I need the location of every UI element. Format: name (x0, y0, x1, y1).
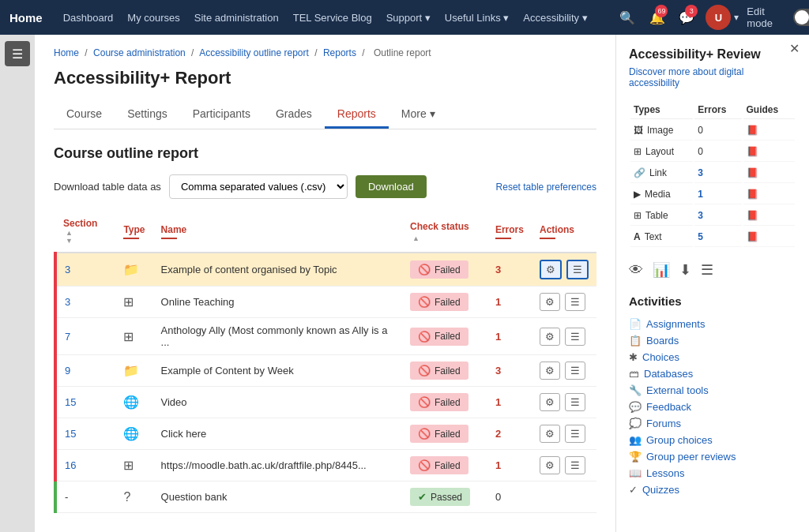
activity-label: Lessons (646, 467, 684, 479)
tab-grades[interactable]: Grades (263, 101, 325, 129)
status-badge: 🚫 Failed (410, 362, 468, 380)
list-icon-button[interactable]: ☰ (565, 362, 585, 380)
panel-subtitle[interactable]: Discover more about digital accessibilit… (629, 66, 796, 88)
nav-dashboard[interactable]: Dashboard (63, 12, 114, 24)
cell-status: 🚫 Failed (402, 450, 487, 481)
cell-status: ✔ Passed (402, 481, 487, 513)
chart-icon-button[interactable]: 📊 (653, 261, 670, 279)
list-icon-button[interactable]: ☰ (565, 425, 585, 443)
failed-icon: 🚫 (418, 331, 431, 343)
toggle-knob (795, 10, 809, 24)
settings-icon-button[interactable]: ⚙ (540, 425, 560, 443)
cell-section: 16 (55, 450, 115, 481)
tab-course[interactable]: Course (54, 101, 115, 129)
user-menu-button[interactable]: U ▾ (706, 5, 739, 30)
guide-icon[interactable]: 📕 (747, 146, 758, 157)
nav-support[interactable]: Support ▾ (386, 12, 431, 24)
type-name-table: ⊞ Table (630, 206, 693, 226)
reset-table-link[interactable]: Reset table preferences (496, 182, 596, 193)
page-title: Accessibility+ Report (54, 68, 596, 88)
failed-icon: 🚫 (418, 396, 431, 408)
choices-icon: ✱ (629, 351, 638, 363)
cell-section: 7 (55, 318, 115, 355)
settings-icon-button[interactable]: ⚙ (540, 362, 560, 380)
nav-accessibility[interactable]: Accessibility ▾ (523, 12, 587, 24)
tab-more[interactable]: More ▾ (389, 101, 448, 129)
th-type-label: Type (123, 224, 145, 235)
type-guide-layout: 📕 (743, 142, 795, 162)
link-icon: 🔗 (634, 167, 645, 178)
list-icon-button[interactable]: ☰ (565, 293, 585, 311)
search-button[interactable]: 🔍 (616, 5, 638, 30)
activity-boards[interactable]: 📋 Boards (629, 332, 796, 349)
activity-group-peer-reviews[interactable]: 🏆 Group peer reviews (629, 448, 796, 465)
th-errors: Errors (694, 101, 741, 119)
download-row: Download table data as Comma separated v… (54, 174, 596, 199)
list-icon-button[interactable]: ☰ (565, 328, 585, 346)
table-row: 15 🌐 Video 🚫 Failed 1 ⚙ (55, 387, 596, 418)
table-row: 3 📁 Example of content organised by Topi… (55, 253, 596, 287)
activity-group-choices[interactable]: 👥 Group choices (629, 432, 796, 448)
type-guide-text: 📕 (743, 227, 795, 247)
list-icon-button[interactable]: ☰ (565, 456, 585, 474)
sidebar-toggle-button[interactable]: ☰ (5, 41, 30, 66)
nav-siteadmin[interactable]: Site administration (194, 12, 279, 24)
tab-settings[interactable]: Settings (115, 101, 180, 129)
tab-participants[interactable]: Participants (180, 101, 263, 129)
breadcrumb-course-admin[interactable]: Course administration (93, 47, 186, 58)
tab-more-label: More (401, 107, 427, 120)
guide-icon[interactable]: 📕 (747, 167, 758, 178)
sort-section-icon[interactable]: ▲▼ (66, 229, 73, 245)
settings-icon-button[interactable]: ⚙ (540, 260, 562, 279)
nav-telblog[interactable]: TEL Service Blog (293, 12, 372, 24)
th-type: Type (115, 212, 152, 253)
breadcrumb-a11y-report[interactable]: Accessibility outline report (199, 47, 309, 58)
download-icon-button[interactable]: ⬇ (679, 261, 691, 279)
settings-icon-button[interactable]: ⚙ (540, 328, 560, 346)
activity-quizzes[interactable]: ✓ Quizzes (629, 481, 796, 498)
settings-icon-button[interactable]: ⚙ (540, 393, 560, 411)
panel-close-button[interactable]: ✕ (789, 41, 800, 56)
activity-feedback[interactable]: 💬 Feedback (629, 399, 796, 415)
activity-choices[interactable]: ✱ Choices (629, 349, 796, 365)
guide-icon[interactable]: 📕 (747, 189, 758, 200)
activity-external-tools[interactable]: 🔧 External tools (629, 382, 796, 399)
notifications-button[interactable]: 🔔 69 (646, 5, 668, 30)
edit-mode-toggle[interactable] (793, 9, 809, 26)
cell-status: 🚫 Failed (402, 287, 487, 318)
guide-icon[interactable]: 📕 (747, 125, 758, 136)
list-icon-button[interactable]: ☰ (566, 260, 589, 279)
nav-usefullinks[interactable]: Useful Links ▾ (445, 12, 509, 24)
cell-errors: 2 (487, 418, 532, 450)
type-name-text: A Text (630, 227, 693, 247)
nav-mycourses[interactable]: My courses (127, 12, 179, 24)
eye-icon-button[interactable]: 👁 (629, 262, 643, 279)
settings-icon-button[interactable]: ⚙ (540, 293, 560, 311)
messages-button[interactable]: 💬 3 (675, 5, 698, 30)
type-row-text: A Text 5 📕 (630, 227, 795, 247)
activity-lessons[interactable]: 📖 Lessons (629, 465, 796, 481)
type-errors-layout: 0 (694, 142, 741, 162)
th-errors: Errors (487, 212, 532, 253)
activity-forums[interactable]: 💭 Forums (629, 415, 796, 432)
type-errors-image: 0 (694, 121, 741, 140)
guide-icon[interactable]: 📕 (747, 231, 758, 242)
activity-databases[interactable]: 🗃 Databases (629, 365, 796, 382)
cell-name: Example of content organised by Topic (153, 253, 402, 287)
breadcrumb-reports[interactable]: Reports (323, 47, 356, 58)
sort-status-icon[interactable]: ▲ (412, 234, 420, 242)
tab-reports[interactable]: Reports (325, 101, 389, 129)
download-button[interactable]: Download (356, 175, 427, 198)
cell-status: 🚫 Failed (402, 387, 487, 418)
list-icon-button[interactable]: ☰ (565, 393, 585, 411)
download-format-select[interactable]: Comma separated values (.csv) Microsoft … (169, 174, 348, 199)
guide-icon[interactable]: 📕 (747, 210, 758, 221)
activity-assignments[interactable]: 📄 Assignments (629, 316, 796, 332)
home-link[interactable]: Home (9, 11, 43, 24)
breadcrumb-home[interactable]: Home (54, 47, 79, 58)
cell-name: https://moodle.bath.ac.uk/draftfile.php/… (153, 450, 402, 481)
feedback-icon: 💬 (629, 401, 642, 413)
list-icon-button[interactable]: ☰ (701, 261, 713, 279)
settings-icon-button[interactable]: ⚙ (540, 456, 560, 474)
image-icon: 🖼 (634, 125, 643, 136)
